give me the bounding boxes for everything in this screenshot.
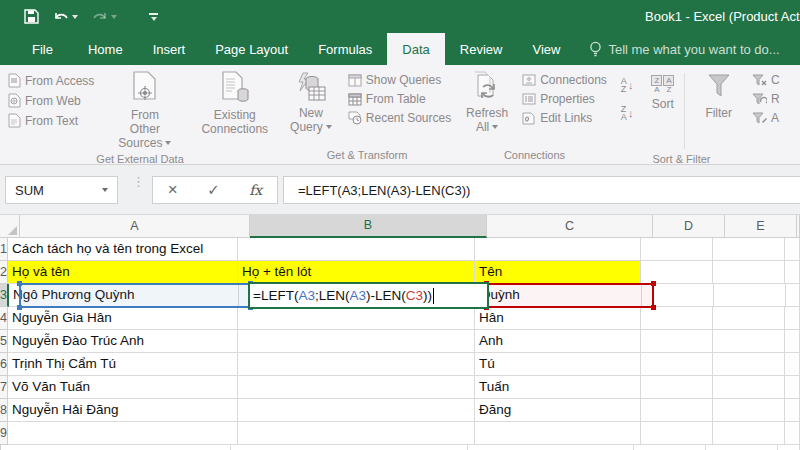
tab-data[interactable]: Data bbox=[387, 33, 444, 65]
tab-review[interactable]: Review bbox=[445, 33, 518, 65]
refresh-all-button[interactable]: Refresh All bbox=[462, 69, 512, 136]
tab-insert[interactable]: Insert bbox=[138, 33, 201, 65]
cell-D3[interactable] bbox=[642, 284, 714, 307]
advanced-filter-button[interactable]: A bbox=[752, 111, 800, 125]
row-header-4[interactable]: 4 bbox=[0, 307, 8, 330]
cell-D10[interactable] bbox=[634, 445, 706, 450]
row-header-6[interactable]: 6 bbox=[0, 353, 8, 376]
cell-D6[interactable] bbox=[641, 353, 713, 376]
cell-B7[interactable] bbox=[238, 376, 475, 399]
cell-E1[interactable] bbox=[713, 238, 785, 261]
tab-formulas[interactable]: Formulas bbox=[303, 33, 387, 65]
from-access-button[interactable]: From Access bbox=[8, 73, 94, 88]
name-box[interactable]: SUM bbox=[5, 176, 118, 204]
tab-home[interactable]: Home bbox=[73, 33, 138, 65]
cell-C3[interactable]: Quỳnh bbox=[476, 284, 642, 307]
cell-F4[interactable] bbox=[785, 307, 800, 330]
cell-A1[interactable]: Cách tách họ và tên trong Excel bbox=[8, 238, 238, 261]
select-all-button[interactable] bbox=[0, 215, 20, 238]
cell-D8[interactable] bbox=[641, 399, 713, 422]
show-queries-button[interactable]: Show Queries bbox=[348, 73, 451, 87]
tab-page-layout[interactable]: Page Layout bbox=[200, 33, 303, 65]
cell-A6[interactable]: Trịnh Thị Cẩm Tú bbox=[8, 353, 238, 376]
cell-D1[interactable] bbox=[641, 238, 713, 261]
cell-F6[interactable] bbox=[785, 353, 800, 376]
sort-z-to-a-button[interactable]: ZA ↓ bbox=[621, 105, 634, 121]
customize-quick-access-button[interactable] bbox=[149, 13, 158, 21]
row-header-7[interactable]: 7 bbox=[0, 376, 8, 399]
new-query-button[interactable]: New Query bbox=[286, 69, 336, 136]
cell-A5[interactable]: Nguyễn Đào Trúc Anh bbox=[8, 330, 238, 353]
column-header-d[interactable]: D bbox=[653, 215, 725, 238]
cell-E4[interactable] bbox=[713, 307, 785, 330]
clear-filter-button[interactable]: C bbox=[752, 73, 800, 87]
connections-button[interactable]: Connections bbox=[522, 73, 607, 87]
recent-sources-button[interactable]: Recent Sources bbox=[348, 111, 451, 125]
column-header-b[interactable]: B bbox=[250, 215, 487, 238]
cell-E7[interactable] bbox=[713, 376, 785, 399]
cell-C2[interactable]: Tên bbox=[475, 261, 641, 284]
cell-F9[interactable] bbox=[785, 422, 800, 445]
cell-B10[interactable] bbox=[231, 445, 468, 450]
cell-F10[interactable] bbox=[778, 445, 800, 450]
undo-button[interactable] bbox=[53, 10, 78, 23]
cell-A10[interactable] bbox=[1, 445, 231, 450]
redo-button[interactable] bbox=[92, 10, 117, 23]
cell-D2[interactable] bbox=[641, 261, 713, 284]
redo-dropdown-icon[interactable] bbox=[111, 15, 117, 19]
cell-B6[interactable] bbox=[238, 353, 475, 376]
save-button[interactable] bbox=[24, 9, 39, 24]
cell-E6[interactable] bbox=[713, 353, 785, 376]
column-header-e[interactable]: E bbox=[725, 215, 797, 238]
cell-C7[interactable]: Tuấn bbox=[475, 376, 641, 399]
cell-D9[interactable] bbox=[641, 422, 713, 445]
enter-button[interactable]: ✓ bbox=[207, 181, 220, 199]
sort-a-to-z-button[interactable]: AZ ↓ bbox=[621, 77, 634, 93]
properties-button[interactable]: Properties bbox=[522, 92, 607, 106]
cell-A7[interactable]: Võ Văn Tuấn bbox=[8, 376, 238, 399]
cell-A3[interactable]: Ngô Phương Quỳnh bbox=[9, 284, 239, 307]
cell-B8[interactable] bbox=[238, 399, 475, 422]
row-header-1[interactable]: 1 bbox=[0, 238, 8, 261]
tell-me-box[interactable]: Tell me what you want to do... bbox=[575, 33, 779, 65]
undo-dropdown-icon[interactable] bbox=[72, 15, 78, 19]
cell-edit-box-b3[interactable]: =LEFT(A3;LEN(A3)-LEN(C3)) bbox=[248, 282, 489, 309]
column-header-c[interactable]: C bbox=[487, 215, 653, 238]
cell-A2[interactable]: Họ và tên bbox=[8, 261, 238, 284]
cell-C9[interactable] bbox=[475, 422, 641, 445]
cell-A9[interactable] bbox=[8, 422, 238, 445]
cell-B9[interactable] bbox=[238, 422, 475, 445]
cell-B2[interactable]: Họ + tên lót bbox=[238, 261, 475, 284]
cell-D4[interactable] bbox=[641, 307, 713, 330]
cell-C5[interactable]: Anh bbox=[475, 330, 641, 353]
cell-A8[interactable]: Nguyễn Hải Đăng bbox=[8, 399, 238, 422]
from-other-sources-button[interactable]: From Other Sources bbox=[114, 69, 175, 152]
cell-C6[interactable]: Tú bbox=[475, 353, 641, 376]
cell-F3[interactable] bbox=[786, 284, 800, 307]
from-table-button[interactable]: From Table bbox=[348, 92, 451, 106]
cell-E3[interactable] bbox=[714, 284, 786, 307]
row-header-3[interactable]: 3 bbox=[0, 284, 9, 307]
cell-A4[interactable]: Nguyễn Gia Hân bbox=[8, 307, 238, 330]
cell-F8[interactable] bbox=[785, 399, 800, 422]
edit-links-button[interactable]: Edit Links bbox=[522, 111, 607, 125]
cell-E8[interactable] bbox=[713, 399, 785, 422]
filter-button[interactable]: Filter bbox=[701, 69, 736, 122]
row-header-5[interactable]: 5 bbox=[0, 330, 8, 353]
cell-E2[interactable] bbox=[713, 261, 785, 284]
cell-E9[interactable] bbox=[713, 422, 785, 445]
cell-E10[interactable] bbox=[706, 445, 778, 450]
cell-F5[interactable] bbox=[785, 330, 800, 353]
tab-file[interactable]: File bbox=[12, 33, 73, 65]
from-web-button[interactable]: From Web bbox=[8, 93, 94, 108]
cell-C10[interactable] bbox=[468, 445, 634, 450]
row-header-8[interactable]: 8 bbox=[0, 399, 8, 422]
column-header-a[interactable]: A bbox=[20, 215, 250, 238]
cell-F7[interactable] bbox=[785, 376, 800, 399]
tab-view[interactable]: View bbox=[517, 33, 575, 65]
row-header-9[interactable]: 9 bbox=[0, 422, 8, 445]
cell-E5[interactable] bbox=[713, 330, 785, 353]
from-text-button[interactable]: From Text bbox=[8, 113, 94, 128]
cancel-button[interactable]: × bbox=[168, 180, 178, 200]
formula-bar-grip[interactable]: ⋮ bbox=[132, 178, 145, 186]
